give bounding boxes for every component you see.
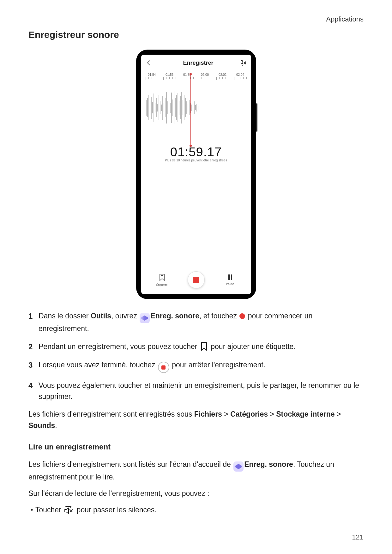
tick: 02:04 [234, 73, 247, 80]
text: Toucher [35, 506, 63, 514]
tick-label: 01:56 [163, 73, 176, 76]
recorder-app-icon [140, 313, 150, 323]
sep: > [335, 410, 341, 418]
text: Pendant un enregistrement, vous pouvez t… [39, 342, 199, 351]
text: . [55, 421, 57, 430]
stop-record-button[interactable] [188, 271, 205, 288]
skip-silence-icon [64, 506, 74, 515]
waveform-area [141, 80, 251, 143]
ear-speaker-icon[interactable] [240, 59, 247, 66]
tick-label: 02:04 [234, 73, 247, 76]
bullet-item: • Toucher pour passer les silences. [28, 504, 364, 515]
step-number: 1 [28, 310, 39, 322]
text: , et touchez [199, 312, 239, 320]
storage-path: Les fichiers d'enregistrement sont enreg… [28, 409, 364, 431]
tick: 02:02 [216, 73, 229, 80]
tag-label: Étiquette [153, 283, 172, 286]
phone-screen: Enregistrer 01:54 01:56 01:58 02:00 02:0… [141, 55, 251, 294]
waveform-icon [146, 89, 199, 127]
step-number: 3 [28, 359, 39, 371]
text: , ouvrez [111, 312, 139, 320]
tick: 01:54 [146, 73, 158, 80]
text: Dans le dossier [39, 312, 91, 320]
step-number: 2 [28, 341, 39, 352]
tick-label: 01:54 [146, 73, 158, 76]
subheading: Lire un enregistrement [28, 443, 364, 451]
phone-frame: Enregistrer 01:54 01:56 01:58 02:00 02:0… [136, 50, 256, 299]
back-icon[interactable] [146, 60, 152, 66]
timeline-ticks: 01:54 01:56 01:58 02:00 02:02 02:04 [141, 71, 251, 80]
text: Les fichiers d'enregistrement sont listé… [28, 460, 233, 468]
recorder-app-icon [233, 461, 244, 472]
text: pour arrêter l'enregistrement. [170, 361, 265, 369]
text: Lorsque vous avez terminé, touchez [39, 361, 157, 369]
pause-button[interactable]: Pause [221, 274, 240, 286]
tick: 01:56 [163, 73, 176, 80]
bold-text: Enreg. sonore [150, 312, 199, 320]
pause-icon [228, 274, 232, 280]
tag-button[interactable]: Étiquette [153, 274, 172, 286]
sep: > [222, 410, 230, 418]
path-part: Sounds [28, 421, 55, 430]
timer-subtext: Plus de 10 heures peuvent être enregistr… [141, 159, 251, 162]
steps-list: 1 Dans le dossier Outils, ouvrez Enreg. … [28, 310, 364, 402]
timer-value: 01:59.17 [141, 145, 251, 159]
recorder-bottombar: Étiquette Pause [141, 271, 251, 288]
tick: 02:00 [199, 73, 211, 80]
bold-text: Enreg. sonore [244, 460, 293, 468]
stop-icon [158, 362, 169, 373]
text: pour passer les silences. [75, 506, 157, 514]
bullet-list: • Toucher pour passer les silences. [28, 504, 364, 515]
pause-label: Pause [221, 282, 240, 286]
recording-timer: 01:59.17 Plus de 10 heures peuvent être … [141, 145, 251, 162]
step-2: 2 Pendant un enregistrement, vous pouvez… [28, 341, 364, 352]
path-part: Catégories [230, 410, 268, 418]
step-4: 4 Vous pouvez également toucher et maint… [28, 380, 364, 402]
step-number: 4 [28, 380, 39, 391]
playhead-icon [190, 74, 191, 146]
bullet-dot-icon: • [28, 504, 35, 515]
record-dot-icon [239, 313, 245, 319]
recorder-titlebar: Enregistrer [141, 55, 251, 71]
play-intro: Sur l'écran de lecture de l'enregistreme… [28, 488, 364, 499]
step-3: 3 Lorsque vous avez terminé, touchez pou… [28, 359, 364, 373]
bookmark-icon [159, 274, 166, 281]
header-section: Applications [326, 15, 364, 23]
bold-text: Outils [91, 312, 111, 320]
text: Les fichiers d'enregistrement sont enreg… [28, 410, 194, 418]
play-paragraph: Les fichiers d'enregistrement sont listé… [28, 459, 364, 483]
path-part: Stockage interne [276, 410, 335, 418]
phone-figure: Enregistrer 01:54 01:56 01:58 02:00 02:0… [28, 50, 364, 299]
tick-label: 02:02 [216, 73, 229, 76]
page-title: Enregistreur sonore [28, 29, 364, 40]
path-part: Fichiers [194, 410, 222, 418]
tick-label: 02:00 [199, 73, 211, 76]
page-number: 121 [352, 533, 364, 541]
screen-title: Enregistrer [157, 60, 240, 66]
stop-square-icon [193, 277, 199, 283]
bookmark-icon [200, 342, 208, 351]
text: Vous pouvez également toucher et mainten… [39, 380, 364, 402]
step-1: 1 Dans le dossier Outils, ouvrez Enreg. … [28, 310, 364, 334]
sep: > [268, 410, 276, 418]
text: pour ajouter une étiquette. [209, 342, 296, 351]
